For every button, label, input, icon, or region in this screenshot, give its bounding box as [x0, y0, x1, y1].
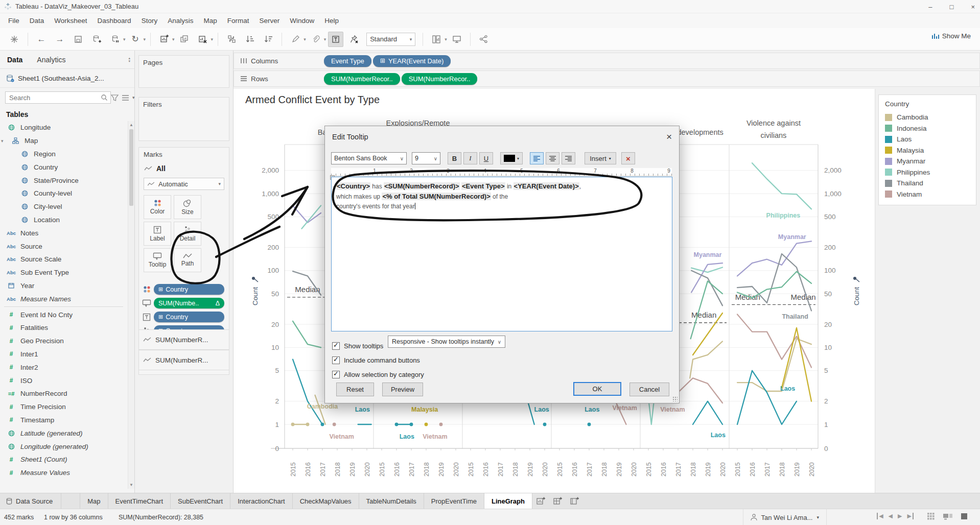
next-sheet-icon[interactable]: ▶ — [898, 513, 902, 519]
allow-selection-checkbox[interactable] — [332, 371, 340, 378]
legend-item-vietnam[interactable]: Vietnam — [879, 189, 976, 200]
sheet-view-icon[interactable] — [961, 513, 968, 520]
scroll-down-icon[interactable]: ▼ — [128, 483, 134, 487]
legend-item-philippines[interactable]: Philippines — [879, 167, 976, 178]
field-sub-event-type[interactable]: AbcSub Event Type — [0, 266, 127, 279]
field-inter1[interactable]: #Inter1 — [0, 348, 127, 361]
field-timestamp[interactable]: #Timestamp — [0, 414, 127, 427]
pages-card[interactable]: Pages — [138, 55, 229, 88]
data-source-connection[interactable]: Sheet1 (Southeast-Asia_2... — [0, 69, 134, 88]
legend-item-indonesia[interactable]: Indonesia — [879, 123, 976, 134]
reset-button[interactable]: Reset — [336, 383, 374, 396]
field-source-scale[interactable]: AbcSource Scale — [0, 253, 127, 266]
new-story-tab-icon[interactable] — [566, 493, 583, 509]
new-worksheet-caret-icon[interactable]: ▾ — [172, 37, 175, 42]
cancel-button[interactable]: Cancel — [629, 383, 669, 396]
field-notes[interactable]: AbcNotes — [0, 226, 127, 240]
field-geo-precision[interactable]: #Geo Precision — [0, 335, 127, 348]
italic-button[interactable]: I — [463, 152, 477, 164]
field-region[interactable]: Region — [0, 148, 127, 161]
scrollbar-thumb[interactable] — [129, 129, 133, 206]
expand-box-icon[interactable]: ⊞ — [158, 286, 163, 293]
view-options-caret-icon[interactable]: ▾ — [132, 95, 135, 100]
swap-axes-icon[interactable] — [224, 32, 239, 47]
field-numberrecord[interactable]: =#NumberRecord — [0, 387, 127, 400]
menu-item-data[interactable]: Data — [25, 14, 50, 27]
expand-box-icon[interactable]: ⊞ — [158, 314, 163, 320]
collapsed-marks-card-2[interactable]: SUM(NumberR... — [138, 350, 229, 370]
filters-card[interactable]: Filters — [138, 97, 229, 141]
show-mark-labels-icon[interactable] — [328, 32, 343, 47]
insert-button[interactable]: Insert▾ — [585, 152, 616, 164]
align-left-button[interactable] — [530, 152, 544, 164]
font-size-select[interactable]: 9∨ — [412, 152, 440, 164]
field-year[interactable]: Year — [0, 279, 127, 293]
sheet-tab-tablenumdetails[interactable]: TableNumDetails — [359, 493, 424, 509]
field-event-id-no-cnty[interactable]: #Event Id No Cnty — [0, 308, 127, 321]
fields-scrollbar[interactable]: ▲ ▼ — [128, 121, 134, 489]
refresh-icon[interactable]: ↻ — [128, 32, 143, 47]
expand-box-icon[interactable]: ⊞ — [380, 57, 385, 64]
fit-selector[interactable]: Standard▾ — [366, 33, 415, 46]
sheet-tab-linegraph[interactable]: LineGraph — [484, 493, 532, 509]
sheet-tab-map[interactable]: Map — [80, 493, 108, 509]
clear-formatting-icon[interactable]: × — [621, 152, 635, 164]
pause-updates-icon[interactable] — [107, 32, 123, 47]
sheet-tab-propeventtime[interactable]: PropEventTime — [424, 493, 484, 509]
highlight-icon[interactable] — [288, 32, 303, 47]
filmstrip-icon[interactable] — [943, 513, 952, 520]
new-worksheet-icon[interactable] — [156, 32, 172, 47]
sheet-sorter-icon[interactable] — [927, 512, 935, 520]
clear-pin-icon[interactable] — [346, 32, 362, 47]
field-longitude-generated-[interactable]: Longitude (generated) — [0, 440, 127, 453]
field-location[interactable]: Location — [0, 213, 127, 227]
show-me-button[interactable]: Show Me — [931, 32, 971, 40]
clear-sheet-icon[interactable] — [195, 32, 211, 47]
shelf-pill-sum-numberrecor-[interactable]: SUM(NumberRecor.. — [402, 73, 478, 85]
marks-button-detail[interactable]: Detail — [174, 222, 201, 246]
new-worksheet-tab-icon[interactable] — [532, 493, 549, 509]
field-measure-names[interactable]: AbcMeasure Names — [0, 292, 127, 305]
sort-descending-icon[interactable] — [261, 32, 276, 47]
field-latitude-generated-[interactable]: Latitude (generated) — [0, 426, 127, 440]
collapsed-marks-card-1[interactable]: SUM(NumberR... — [138, 329, 229, 350]
marks-button-path[interactable]: Path — [174, 248, 201, 272]
marks-button-color[interactable]: Color — [144, 195, 171, 219]
expand-caret-icon[interactable]: ▾ — [1, 138, 6, 144]
menu-item-story[interactable]: Story — [136, 14, 163, 27]
sheet-tab-eventtimechart[interactable]: EventTimeChart — [108, 493, 171, 509]
field-inter2[interactable]: #Inter2 — [0, 361, 127, 374]
pill-sum-numbe-[interactable]: SUM(Numbe..Δ — [154, 298, 224, 308]
menu-item-format[interactable]: Format — [222, 14, 254, 27]
field-measure-values[interactable]: #Measure Values — [0, 466, 127, 480]
menu-item-worksheet[interactable]: Worksheet — [49, 14, 92, 27]
legend-item-myanmar[interactable]: Myanmar — [879, 156, 976, 167]
marks-button-label[interactable]: Label — [144, 222, 171, 246]
field-iso[interactable]: #ISO — [0, 374, 127, 387]
pill-country[interactable]: ⊞Country — [154, 284, 224, 295]
save-icon[interactable] — [71, 32, 86, 47]
new-data-source-icon[interactable] — [89, 32, 104, 47]
underline-button[interactable]: U — [479, 152, 493, 164]
close-button[interactable]: × — [971, 3, 975, 11]
pill-country[interactable]: ⊞Country — [154, 312, 224, 322]
show-cards-caret-icon[interactable]: ▾ — [445, 37, 447, 42]
align-right-button[interactable] — [562, 152, 575, 164]
filter-icon[interactable] — [111, 94, 119, 101]
menu-item-map[interactable]: Map — [198, 14, 222, 27]
bold-button[interactable]: B — [448, 152, 461, 164]
shelf-pill-event-type[interactable]: Event Type — [324, 55, 371, 67]
share-icon[interactable] — [476, 32, 492, 47]
tab-analytics[interactable]: Analytics — [30, 56, 73, 64]
sort-ascending-icon[interactable] — [242, 32, 258, 47]
presentation-mode-icon[interactable] — [449, 32, 464, 47]
show-tooltips-checkbox[interactable] — [332, 342, 340, 350]
clear-caret-icon[interactable]: ▾ — [211, 37, 214, 42]
new-dashboard-tab-icon[interactable] — [549, 493, 566, 509]
search-input[interactable] — [5, 91, 111, 104]
shelf-pill-year-event-date-[interactable]: ⊞YEAR(Event Date) — [373, 55, 451, 67]
field-county-level[interactable]: County-level — [0, 187, 127, 200]
sheet-tab-interactionchart[interactable]: InteractionChart — [230, 493, 293, 509]
preview-button[interactable]: Preview — [382, 383, 423, 396]
marks-button-tooltip[interactable]: Tooltip — [144, 248, 171, 272]
